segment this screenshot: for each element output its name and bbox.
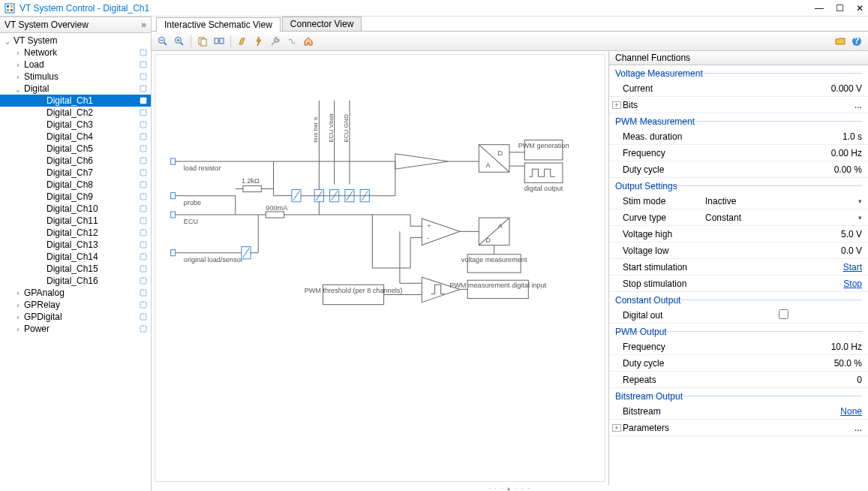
svg-text:A: A [485, 161, 491, 169]
tree-item-gprelay[interactable]: ›GPRelay [0, 299, 151, 311]
expand-icon[interactable]: + [612, 424, 621, 432]
schematic-canvas[interactable]: bus bar a ECU Vbatt ECU GND load resisto… [155, 54, 605, 482]
chevron-down-icon[interactable]: ⌄ [14, 85, 23, 93]
tree-spacer: · [36, 277, 45, 285]
folder-icon[interactable] [833, 35, 847, 48]
tree-spacer: · [36, 181, 45, 189]
svg-rect-26 [140, 302, 146, 308]
tree-item-digital-ch15[interactable]: ·Digital_Ch15 [0, 263, 151, 275]
svg-rect-13 [140, 146, 146, 152]
tree-item-network[interactable]: ›Network [0, 47, 151, 59]
bitstream-link[interactable]: None [840, 406, 862, 417]
digital-out-checkbox[interactable] [779, 309, 788, 319]
tree-item-digital-ch2[interactable]: ·Digital_Ch2 [0, 107, 151, 119]
row-stop-stimulation: Stop stimulationStop [609, 276, 868, 292]
chevron-right-icon[interactable]: › [14, 73, 23, 81]
tree-item-digital-ch7[interactable]: ·Digital_Ch7 [0, 167, 151, 179]
chevron-right-icon[interactable]: › [14, 49, 23, 57]
collapse-icon[interactable]: » [141, 20, 146, 30]
chevron-right-icon[interactable]: › [14, 325, 23, 333]
row-voltage-low[interactable]: Voltage low0.0 V [609, 242, 868, 259]
tree-item-digital-ch3[interactable]: ·Digital_Ch3 [0, 119, 151, 131]
zoom-in-icon[interactable] [173, 35, 186, 48]
tree-spacer: · [36, 145, 45, 153]
tree-item-gpdigital[interactable]: ›GPDigital [0, 311, 151, 323]
split-handle[interactable]: · · · ▴ · · · [152, 485, 868, 491]
svg-text:PWM measurement digital input: PWM measurement digital input [449, 282, 547, 289]
zoom-out-icon[interactable] [156, 35, 170, 48]
svg-rect-38 [215, 38, 218, 44]
tree-item-digital[interactable]: ⌄Digital [0, 83, 151, 95]
tree-item-digital-ch12[interactable]: ·Digital_Ch12 [0, 227, 151, 239]
transfer-icon[interactable] [212, 35, 226, 48]
maximize-button[interactable]: ☐ [836, 3, 844, 14]
start-link[interactable]: Start [843, 262, 862, 273]
tree-item-power[interactable]: ›Power [0, 323, 151, 335]
tree-item-digital-ch13[interactable]: ·Digital_Ch13 [0, 239, 151, 251]
row-stim-mode[interactable]: Stim modeInactive▾ [609, 193, 868, 209]
chevron-down-icon: ▾ [858, 197, 862, 205]
tree-item-label: Digital_Ch3 [45, 119, 139, 130]
svg-text:PWM threshold (per 8 channels): PWM threshold (per 8 channels) [305, 287, 403, 294]
tree-item-digital-ch8[interactable]: ·Digital_Ch8 [0, 179, 151, 191]
chevron-right-icon[interactable]: › [14, 301, 23, 309]
tree-spacer: · [36, 109, 45, 117]
close-button[interactable]: ✕ [856, 3, 863, 14]
tree-item-digital-ch14[interactable]: ·Digital_Ch14 [0, 251, 151, 263]
tree-item-gpanalog[interactable]: ›GPAnalog [0, 287, 151, 299]
tree-item-digital-ch4[interactable]: ·Digital_Ch4 [0, 131, 151, 143]
tab-interactive-schematic-view[interactable]: Interactive Schematic View [156, 17, 281, 32]
tree-item-stimulus[interactable]: ›Stimulus [0, 71, 151, 83]
svg-text:900mA: 900mA [266, 204, 288, 212]
home-icon[interactable] [302, 35, 315, 48]
module-indicator-icon [139, 240, 148, 249]
module-indicator-icon [139, 192, 148, 201]
group-constant-output: Constant Output [609, 292, 868, 307]
stop-link[interactable]: Stop [843, 279, 862, 289]
chevron-down-icon[interactable]: ⌄ [3, 37, 12, 45]
chevron-right-icon[interactable]: › [14, 289, 23, 297]
module-indicator-icon [139, 144, 148, 153]
minimize-button[interactable]: — [815, 3, 824, 14]
expand-icon[interactable]: + [612, 101, 621, 109]
tree-item-digital-ch9[interactable]: ·Digital_Ch9 [0, 191, 151, 203]
row-out-frequency[interactable]: Frequency10.0 Hz [609, 339, 868, 355]
tree-item-label: GPAnalog [23, 288, 139, 298]
row-parameters[interactable]: +Parameters... [609, 420, 868, 436]
props-header: Channel Functions [609, 51, 868, 65]
copy-icon[interactable] [196, 35, 209, 48]
help-icon[interactable]: ? [850, 35, 863, 48]
module-indicator-icon [139, 168, 148, 177]
view-tabs: Interactive Schematic View Connector Vie… [152, 17, 868, 32]
tree-item-digital-ch10[interactable]: ·Digital_Ch10 [0, 203, 151, 215]
row-curve-type[interactable]: Curve typeConstant▾ [609, 209, 868, 226]
tree-item-load[interactable]: ›Load [0, 59, 151, 71]
row-meas-duration[interactable]: Meas. duration1.0 s [609, 128, 868, 145]
svg-rect-1 [7, 5, 9, 8]
tree-item-vt-system[interactable]: ⌄VT System [0, 35, 151, 47]
tree-item-digital-ch5[interactable]: ·Digital_Ch5 [0, 143, 151, 155]
svg-rect-12 [140, 134, 146, 140]
chevron-right-icon[interactable]: › [14, 313, 23, 321]
tab-connector-view[interactable]: Connector View [282, 17, 362, 31]
chevron-right-icon[interactable]: › [14, 61, 23, 69]
tree-item-digital-ch1[interactable]: ·Digital_Ch1 [0, 95, 151, 107]
tree-spacer: · [36, 157, 45, 165]
tree-item-digital-ch16[interactable]: ·Digital_Ch16 [0, 275, 151, 287]
svg-rect-21 [140, 242, 146, 248]
row-bits[interactable]: +Bits... [609, 97, 868, 113]
highlight-icon[interactable] [236, 35, 249, 48]
link-icon[interactable] [285, 35, 299, 48]
row-voltage-high[interactable]: Voltage high5.0 V [609, 226, 868, 242]
tree-item-digital-ch11[interactable]: ·Digital_Ch11 [0, 215, 151, 227]
svg-rect-0 [5, 4, 14, 13]
wrench-icon[interactable] [269, 35, 282, 48]
tree-item-digital-ch6[interactable]: ·Digital_Ch6 [0, 155, 151, 167]
tree-item-label: Stimulus [23, 71, 139, 82]
row-out-duty[interactable]: Duty cycle50.0 % [609, 355, 868, 372]
group-pwm-measurement: PWM Measurement [609, 113, 868, 128]
tree-spacer: · [36, 193, 45, 201]
row-digital-out[interactable]: Digital out [609, 307, 868, 324]
row-repeats[interactable]: Repeats0 [609, 372, 868, 388]
flash-icon[interactable] [252, 35, 266, 48]
